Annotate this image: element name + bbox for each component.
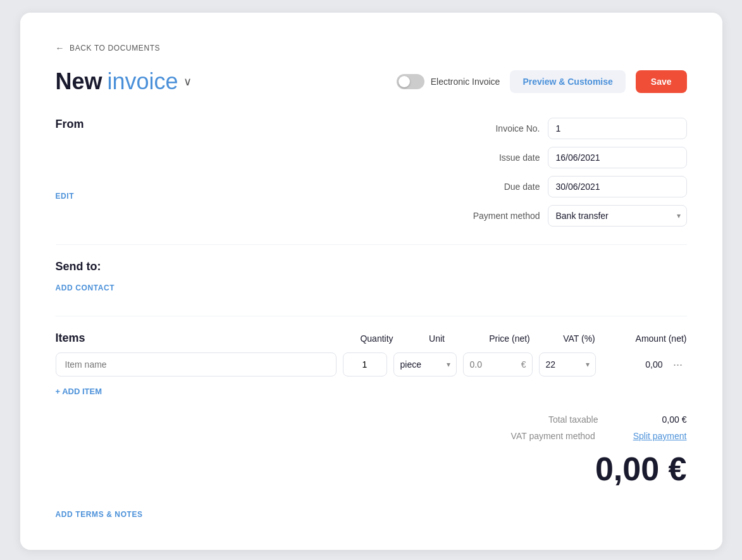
edit-link[interactable]: EDIT xyxy=(56,192,359,201)
unit-select[interactable]: piece hour kg liter meter xyxy=(393,352,457,376)
vat-method-link[interactable]: Split payment xyxy=(633,431,687,441)
invoice-title: New invoice ∨ xyxy=(56,68,192,95)
invoice-no-row: Invoice No. xyxy=(384,118,687,139)
header-row: New invoice ∨ Electronic Invoice Preview… xyxy=(56,68,687,95)
back-nav-label: BACK TO DOCUMENTS xyxy=(70,44,160,53)
unit-select-wrapper: piece hour kg liter meter ▾ xyxy=(393,352,457,376)
items-title: Items xyxy=(56,332,245,345)
add-contact-link[interactable]: ADD CONTACT xyxy=(56,283,115,292)
due-date-label: Due date xyxy=(458,182,540,192)
due-date-input[interactable] xyxy=(548,176,687,197)
toggle-label: Electronic Invoice xyxy=(431,77,500,87)
preview-customise-button[interactable]: Preview & Customise xyxy=(510,70,625,93)
payment-method-row: Payment method Bank transfer Cash Credit… xyxy=(384,205,687,227)
title-invoice: invoice xyxy=(108,68,178,95)
total-taxable-label: Total taxable xyxy=(497,414,598,425)
vat-select-wrapper: 22 10 5 4 0 ▾ xyxy=(539,352,596,376)
from-label: From xyxy=(56,118,359,131)
item-amount-value: 0,00 xyxy=(602,359,665,370)
invoice-no-input[interactable] xyxy=(548,118,687,139)
payment-method-select[interactable]: Bank transfer Cash Credit card Check xyxy=(548,205,687,227)
from-section: From EDIT Invoice No. Issue date Due dat… xyxy=(56,118,687,227)
invoice-no-label: Invoice No. xyxy=(458,123,540,134)
title-new: New xyxy=(56,68,102,95)
item-quantity-input[interactable] xyxy=(343,352,387,376)
invoice-card: ← BACK TO DOCUMENTS New invoice ∨ Electr… xyxy=(20,13,722,550)
col-header-quantity: Quantity xyxy=(352,333,402,344)
issue-date-input[interactable] xyxy=(548,147,687,168)
table-row: piece hour kg liter meter ▾ € 22 10 5 4 xyxy=(56,352,687,376)
header-actions: Electronic Invoice Preview & Customise S… xyxy=(397,70,687,93)
col-header-unit: Unit xyxy=(402,333,472,344)
issue-date-row: Issue date xyxy=(384,147,687,168)
total-taxable-value: 0,00 € xyxy=(636,414,687,425)
col-headers: Quantity Unit Price (net) VAT (%) Amount… xyxy=(245,333,687,344)
col-header-amount: Amount (net) xyxy=(611,333,687,344)
item-name-input[interactable] xyxy=(56,352,337,376)
toggle-thumb xyxy=(399,76,410,87)
send-to-label: Send to: xyxy=(56,260,687,273)
title-chevron-icon[interactable]: ∨ xyxy=(183,75,192,89)
save-button[interactable]: Save xyxy=(636,70,687,93)
grand-total: 0,00 € xyxy=(595,450,687,488)
back-arrow-icon: ← xyxy=(56,43,65,53)
vat-select[interactable]: 22 10 5 4 0 xyxy=(539,352,596,376)
send-to-section: Send to: ADD CONTACT xyxy=(56,260,687,293)
payment-method-label: Payment method xyxy=(458,211,540,221)
divider-1 xyxy=(56,244,687,245)
items-header: Items Quantity Unit Price (net) VAT (%) … xyxy=(56,332,687,345)
add-item-link[interactable]: + ADD ITEM xyxy=(56,387,102,396)
electronic-invoice-toggle-wrapper: Electronic Invoice xyxy=(397,74,500,89)
from-left-col: From EDIT xyxy=(56,118,359,227)
totals-section: Total taxable 0,00 € VAT payment method … xyxy=(56,414,687,488)
back-nav[interactable]: ← BACK TO DOCUMENTS xyxy=(56,43,687,53)
electronic-invoice-toggle[interactable] xyxy=(397,74,424,89)
items-section: Items Quantity Unit Price (net) VAT (%) … xyxy=(56,332,687,397)
divider-2 xyxy=(56,316,687,316)
bottom-section: ADD TERMS & NOTES xyxy=(56,508,687,520)
due-date-row: Due date xyxy=(384,176,687,197)
price-wrapper: € xyxy=(463,352,533,376)
vat-method-row: VAT payment method Split payment xyxy=(494,431,687,441)
item-more-button[interactable]: ··· xyxy=(669,358,687,371)
add-terms-link[interactable]: ADD TERMS & NOTES xyxy=(56,510,143,519)
col-header-vat: VAT (%) xyxy=(548,333,611,344)
vat-method-label: VAT payment method xyxy=(494,431,595,441)
total-taxable-row: Total taxable 0,00 € xyxy=(497,414,687,425)
price-euro-icon: € xyxy=(521,359,526,370)
payment-method-select-wrapper: Bank transfer Cash Credit card Check ▾ xyxy=(548,205,687,227)
invoice-meta-col: Invoice No. Issue date Due date Payment … xyxy=(384,118,687,227)
issue-date-label: Issue date xyxy=(458,152,540,163)
col-header-price: Price (net) xyxy=(472,333,548,344)
